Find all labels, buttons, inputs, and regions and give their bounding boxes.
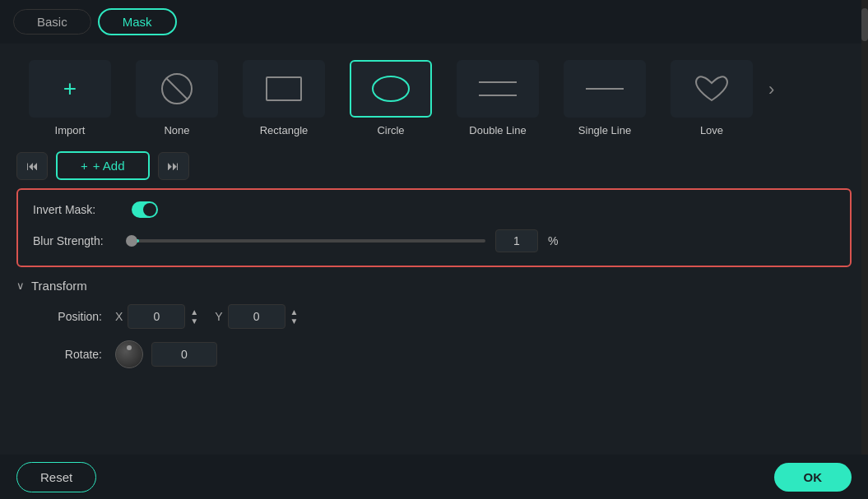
add-button[interactable]: + + Add <box>56 151 150 180</box>
y-spinners[interactable]: ▲ ▼ <box>290 307 299 326</box>
shape-single-line[interactable]: Single Line <box>551 60 658 136</box>
shape-none-box[interactable] <box>136 60 218 118</box>
blur-strength-row: Blur Strength: 1 % <box>33 229 835 252</box>
tab-mask[interactable]: Mask <box>98 8 177 35</box>
shape-circle-box[interactable] <box>350 60 432 118</box>
rotate-value: 0 <box>181 348 188 361</box>
toolbar-row: ⏮ + + Add ⏭ <box>16 151 852 180</box>
transform-title: Transform <box>31 279 87 293</box>
shape-double-line[interactable]: Double Line <box>444 60 551 136</box>
shape-circle[interactable]: Circle <box>337 60 444 136</box>
blur-slider-track[interactable] <box>132 239 485 243</box>
y-label: Y <box>215 310 222 323</box>
blur-value: 1 <box>513 234 520 247</box>
reset-button[interactable]: Reset <box>16 462 96 492</box>
position-row: Position: X 0 ▲ ▼ Y 0 ▲ ▼ <box>16 304 852 329</box>
svg-line-1 <box>166 78 188 99</box>
rotate-input[interactable]: 0 <box>151 342 217 367</box>
x-down-arrow[interactable]: ▼ <box>190 316 198 326</box>
prev-button[interactable]: ⏮ <box>16 152 48 180</box>
rotate-row: Rotate: 0 <box>16 340 852 368</box>
position-y-input[interactable]: 0 <box>228 304 285 329</box>
next-button[interactable]: ⏭ <box>158 152 189 180</box>
toggle-knob <box>143 203 156 216</box>
scrollbar-thumb[interactable] <box>861 8 868 41</box>
plus-icon: + <box>63 77 77 100</box>
position-y-group: Y 0 ▲ ▼ <box>215 304 298 329</box>
y-down-arrow[interactable]: ▼ <box>290 316 299 326</box>
shape-rectangle[interactable]: Rectangle <box>230 60 337 136</box>
settings-panel: Invert Mask: Blur Strength: 1 % <box>16 188 852 267</box>
rotate-dial[interactable] <box>115 340 143 368</box>
transform-header[interactable]: ∨ Transform <box>16 279 852 293</box>
tab-basic[interactable]: Basic <box>13 9 91 35</box>
rectangle-icon <box>262 71 306 107</box>
x-label: X <box>115 310 123 323</box>
main-content: + Import None Rectangle <box>0 44 868 388</box>
percent-label: % <box>548 234 558 247</box>
shape-import-label: Import <box>55 124 86 136</box>
add-icon: + <box>81 159 88 173</box>
y-up-arrow[interactable]: ▲ <box>290 307 299 316</box>
shape-love-label: Love <box>700 124 723 136</box>
prev-icon: ⏮ <box>26 159 39 173</box>
position-x-input[interactable]: 0 <box>128 304 185 329</box>
shape-none-label: None <box>164 124 189 136</box>
svg-rect-2 <box>267 77 301 100</box>
none-icon <box>155 71 199 107</box>
x-spinners[interactable]: ▲ ▼ <box>190 307 198 326</box>
svg-point-3 <box>373 76 409 101</box>
ok-button[interactable]: OK <box>774 463 852 492</box>
blur-slider-container: 1 % <box>132 229 835 252</box>
mask-shapes-row: + Import None Rectangle <box>16 52 852 141</box>
shape-love-box[interactable] <box>671 60 753 118</box>
position-label: Position: <box>33 310 115 323</box>
double-line-icon <box>476 71 520 107</box>
rotate-dot <box>127 345 132 350</box>
invert-mask-row: Invert Mask: <box>33 201 835 218</box>
shape-rectangle-label: Rectangle <box>260 124 309 136</box>
bottom-bar: Reset OK <box>0 455 868 499</box>
shape-love[interactable]: Love <box>658 60 765 136</box>
position-x-value: 0 <box>153 310 160 323</box>
shape-single-line-label: Single Line <box>578 124 631 136</box>
add-label: + Add <box>93 159 125 173</box>
scrollbar[interactable] <box>861 0 868 455</box>
shape-rectangle-box[interactable] <box>243 60 325 118</box>
love-icon <box>689 71 734 107</box>
shape-none[interactable]: None <box>123 60 230 136</box>
blur-slider-thumb[interactable] <box>126 235 137 247</box>
shape-double-line-box[interactable] <box>457 60 539 118</box>
single-line-icon <box>583 71 627 107</box>
invert-mask-toggle[interactable] <box>132 201 158 218</box>
tab-bar: Basic Mask <box>0 0 868 44</box>
shape-import-box[interactable]: + <box>29 60 111 118</box>
blur-strength-label: Blur Strength: <box>33 234 132 247</box>
x-up-arrow[interactable]: ▲ <box>190 307 198 316</box>
shape-import[interactable]: + Import <box>16 60 123 136</box>
circle-icon <box>369 71 413 107</box>
shapes-scroll-right[interactable]: › <box>765 79 777 100</box>
shape-single-line-box[interactable] <box>564 60 646 118</box>
next-icon: ⏭ <box>167 159 179 173</box>
chevron-down-icon: ∨ <box>16 280 25 292</box>
blur-value-box[interactable]: 1 <box>495 229 538 252</box>
position-x-group: X 0 ▲ ▼ <box>115 304 198 329</box>
shape-double-line-label: Double Line <box>469 124 526 136</box>
position-y-value: 0 <box>253 310 260 323</box>
rotate-label: Rotate: <box>33 348 115 361</box>
shape-circle-label: Circle <box>377 124 404 136</box>
invert-mask-label: Invert Mask: <box>33 203 132 216</box>
